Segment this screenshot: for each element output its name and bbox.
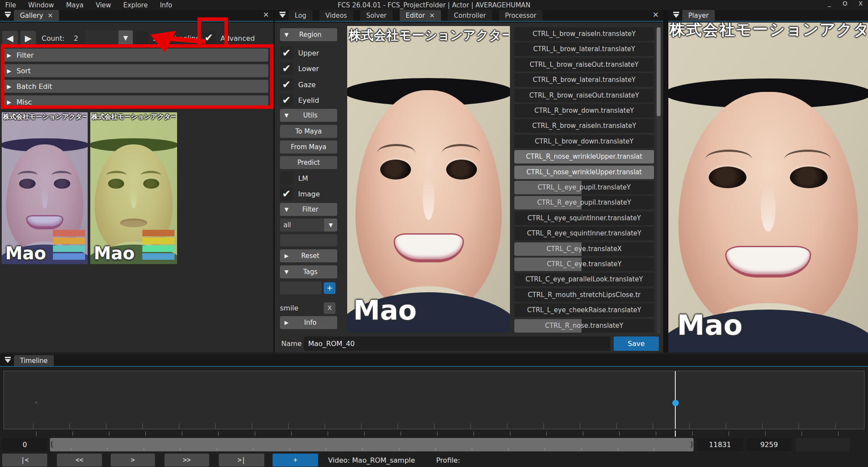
section-misc[interactable]: ▶Misc (3, 95, 268, 108)
controller-item[interactable]: CTRL_L_nose_wrinkleUpper.translat (514, 166, 654, 179)
controller-item[interactable]: CTRL_L_eye_cheekRaise.translateY (514, 304, 654, 317)
timeline-current-frame-field[interactable]: 9259 (746, 438, 792, 451)
section-header-tags[interactable]: ▼Tags (280, 265, 337, 278)
controller-item[interactable]: CTRL_L_brow_down.translateY (514, 135, 654, 148)
controller-item[interactable]: CTRL_R_nose_wrinkleUpper.translat (514, 150, 654, 163)
predict-button[interactable]: Predict (280, 156, 337, 169)
sync-timeline-checkbox[interactable] (135, 31, 148, 44)
chevron-down-icon[interactable]: ▼ (324, 219, 337, 232)
save-button[interactable]: Save (614, 336, 659, 351)
controller-list: CTRL_L_brow_raiseIn.translateYCTRL_L_bro… (514, 27, 658, 334)
panel-menu-icon[interactable] (671, 11, 681, 20)
section-label: Sort (16, 67, 31, 75)
editor-panel-close-icon[interactable]: ✕ (653, 10, 659, 19)
controller-item[interactable]: CTRL_L_brow_raiseOut.translateY (514, 58, 654, 72)
scrollbar-left-grip[interactable] (51, 440, 58, 449)
tab-processor[interactable]: Processor (499, 10, 542, 21)
go-start-button[interactable]: |< (2, 454, 47, 467)
controller-item[interactable]: CTRL_L_brow_lateral.translateY (514, 42, 654, 56)
name-input[interactable]: Mao_ROM_40 (304, 336, 610, 351)
add-tag-button[interactable]: + (324, 282, 335, 294)
upper-checkbox[interactable]: ✔ (280, 46, 293, 59)
minimize-button[interactable]: _ (825, 0, 834, 7)
gallery-dropdown[interactable]: ▼ (85, 30, 133, 45)
controller-item[interactable]: CTRL_R_brow_down.translateY (514, 104, 654, 118)
section-header-utils[interactable]: ▼Utils (280, 109, 337, 122)
panel-menu-icon[interactable] (3, 11, 13, 20)
timeline-canvas[interactable] (3, 371, 865, 429)
filter-input[interactable] (280, 234, 337, 246)
section-header-reset[interactable]: ▶Reset (280, 249, 337, 262)
menu-item-window[interactable]: Window (28, 1, 54, 9)
section-header-filter[interactable]: ▼Filter (280, 203, 337, 216)
timeline-scrollbar[interactable] (50, 438, 694, 451)
timeline-playhead-dot[interactable] (672, 400, 679, 406)
gallery-prev-button[interactable]: ◀ (2, 30, 18, 46)
gaze-checkbox[interactable]: ✔ (280, 78, 293, 91)
lm-checkbox[interactable] (280, 172, 293, 185)
section-filter[interactable]: ▶Filter (3, 49, 268, 62)
section-sort[interactable]: ▶Sort (3, 64, 268, 77)
controller-item[interactable]: CTRL_L_eye_pupil.translateY (514, 181, 654, 194)
maximize-button[interactable]: O (840, 0, 850, 7)
timeline-extra-field[interactable] (796, 438, 850, 451)
menu-item-maya[interactable]: Maya (66, 1, 83, 9)
add-button[interactable]: + (273, 454, 318, 467)
gallery-thumbnail[interactable]: 株式会社モーションアクターMao (2, 112, 88, 264)
controller-item[interactable]: CTRL_R_eye_pupil.translateY (514, 196, 654, 209)
tab-gallery-close-icon[interactable]: ✕ (47, 12, 53, 20)
controller-item[interactable]: CTRL_L_brow_raiseIn.translateY (514, 27, 654, 41)
gallery-next-button[interactable]: ▶ (20, 30, 36, 46)
menu-item-info[interactable]: Info (160, 1, 172, 9)
tab-videos[interactable]: Videos (319, 10, 353, 21)
timeline-end-field[interactable]: 11831 (697, 438, 743, 451)
tab-gallery[interactable]: Gallery ✕ (14, 10, 59, 21)
controller-item[interactable]: CTRL_L_eye_squintInner.translateY (514, 212, 654, 225)
timeline-start-field[interactable]: 0 (2, 438, 47, 451)
tab-solver[interactable]: Solver (360, 10, 393, 21)
go-end-button[interactable]: >| (219, 454, 264, 467)
close-button[interactable]: X (856, 0, 865, 7)
eyelid-checkbox[interactable]: ✔ (280, 94, 293, 107)
advanced-checkbox[interactable]: ✔ (202, 31, 215, 44)
panel-menu-icon[interactable] (3, 356, 13, 365)
controller-item[interactable]: CTRL_C_eye.translateX (514, 242, 654, 256)
controller-list-scrollbar[interactable] (657, 27, 661, 334)
from-maya-button[interactable]: From Maya (280, 140, 337, 153)
controller-item[interactable]: CTRL_R_nose.translateY (514, 319, 654, 333)
section-batch-edit[interactable]: ▶Batch Edit (3, 80, 268, 93)
gallery-thumbnail[interactable]: 株式会社モーションアクターMao (90, 112, 177, 264)
panel-menu-icon[interactable] (277, 11, 288, 20)
tab-log[interactable]: Log (289, 10, 312, 21)
tag-input[interactable] (280, 281, 322, 294)
timeline-keyframe-marker[interactable] (34, 401, 38, 405)
remove-tag-button[interactable]: X (324, 302, 335, 314)
controller-item[interactable]: CTRL_R_mouth_stretchLipsClose.tr (514, 288, 654, 302)
next-frame-button[interactable]: >> (164, 454, 209, 467)
controller-item[interactable]: CTRL_R_brow_lateral.translateY (514, 73, 654, 87)
play-button[interactable]: > (111, 454, 155, 467)
controller-item[interactable]: CTRL_R_brow_raiseOut.translateY (514, 89, 654, 102)
scrollbar-right-grip[interactable] (686, 440, 693, 449)
controller-item[interactable]: CTRL_C_eye.translateY (514, 258, 654, 271)
chevron-down-icon[interactable]: ▼ (118, 30, 133, 45)
gallery-panel-close-icon[interactable]: ✕ (263, 10, 269, 19)
menu-item-explore[interactable]: Explore (123, 1, 148, 9)
tab-editor[interactable]: Editor✕ (400, 10, 441, 21)
menu-item-view[interactable]: View (95, 1, 111, 9)
tab-player[interactable]: Player (682, 10, 715, 21)
prev-frame-button[interactable]: << (57, 454, 102, 467)
tab-close-icon[interactable]: ✕ (429, 12, 435, 20)
lower-checkbox[interactable]: ✔ (280, 62, 293, 75)
to-maya-button[interactable]: To Maya (280, 125, 337, 138)
tab-timeline[interactable]: Timeline (14, 355, 54, 366)
menu-item-file[interactable]: File (5, 1, 16, 9)
controller-item[interactable]: CTRL_R_eye_squintInner.translateY (514, 227, 654, 240)
section-header-region[interactable]: ▼Region (280, 28, 337, 41)
controller-item[interactable]: CTRL_R_brow_raiseIn.translateY (514, 119, 654, 133)
filter-select[interactable]: all▼ (280, 219, 337, 232)
image-checkbox[interactable]: ✔ (280, 187, 293, 200)
tab-controller[interactable]: Controller (448, 10, 492, 21)
section-header-info[interactable]: ▶Info (280, 316, 337, 329)
controller-item[interactable]: CTRL_C_eye_parallelLook.translateY (514, 273, 654, 286)
